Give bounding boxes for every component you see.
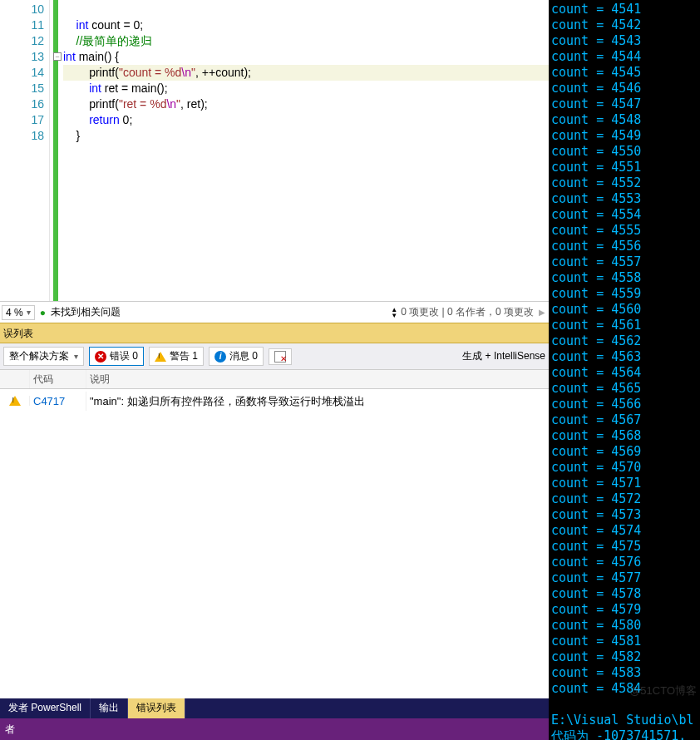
tab-error-list[interactable]: 错误列表 xyxy=(128,698,185,718)
code-line[interactable] xyxy=(63,2,549,17)
scope-dropdown[interactable]: 整个解决方案 xyxy=(3,347,84,366)
error-list-title: 误列表 xyxy=(0,323,549,343)
console-window[interactable]: count = 4541 count = 4542 count = 4543 c… xyxy=(549,0,700,740)
console-output: count = 4541 count = 4542 count = 4543 c… xyxy=(549,0,700,740)
tab-powershell[interactable]: 发者 PowerShell xyxy=(0,698,91,718)
changes-text: 0 项更改 | 0 名作者，0 项更改 xyxy=(401,305,534,319)
column-code[interactable]: 代码 xyxy=(30,370,86,388)
nav-arrows-icon[interactable]: ▲▼ xyxy=(391,307,397,318)
errors-filter-button[interactable]: ✕错误 0 xyxy=(89,347,144,366)
clear-icon xyxy=(274,351,286,363)
zoom-dropdown[interactable]: 4 % xyxy=(2,305,35,320)
error-row[interactable]: !C4717"main": 如递归所有控件路径，函数将导致运行时堆栈溢出 xyxy=(0,389,549,412)
error-list-toolbar: 整个解决方案 ✕错误 0 !警告 1 i消息 0 生成 + IntelliSen… xyxy=(0,343,549,370)
code-line[interactable]: int ret = main(); xyxy=(63,81,549,96)
code-line[interactable]: int count = 0; xyxy=(63,17,549,33)
error-list-header-row: 代码 说明 xyxy=(0,370,549,389)
editor-status-bar: 4 % ● 未找到相关问题 ▲▼ 0 项更改 | 0 名作者，0 项更改 ▶ xyxy=(0,301,549,323)
code-line[interactable]: return 0; xyxy=(63,112,549,128)
warnings-filter-button[interactable]: !警告 1 xyxy=(149,347,204,366)
vs-statusbar: 者 xyxy=(0,718,549,740)
info-icon: i xyxy=(214,351,226,363)
change-marker-strip xyxy=(50,0,58,301)
error-list-body: !C4717"main": 如递归所有控件路径，函数将导致运行时堆栈溢出 xyxy=(0,389,549,698)
clear-filter-button[interactable] xyxy=(269,348,292,365)
code-area[interactable]: int count = 0; //最简单的递归int main() { prin… xyxy=(58,0,549,301)
code-line[interactable]: printf("count = %d\n", ++count); xyxy=(63,65,549,81)
line-gutter: 101112131415161718 xyxy=(0,0,50,301)
code-line[interactable]: } xyxy=(63,128,549,144)
bottom-tabs: 发者 PowerShell 输出 错误列表 xyxy=(0,698,549,718)
no-issues-text: 未找到相关问题 xyxy=(51,305,121,319)
code-line[interactable]: //最简单的递归 xyxy=(63,33,549,49)
warning-icon: ! xyxy=(155,352,166,362)
nav-right-icon[interactable]: ▶ xyxy=(539,308,545,317)
code-line[interactable]: int main() { xyxy=(63,49,549,65)
column-desc[interactable]: 说明 xyxy=(86,370,549,388)
warning-icon: ! xyxy=(9,396,21,406)
check-icon: ● xyxy=(40,307,46,318)
messages-filter-button[interactable]: i消息 0 xyxy=(209,347,264,366)
tab-output[interactable]: 输出 xyxy=(91,698,128,718)
code-line[interactable]: printf("ret = %d\n", ret); xyxy=(63,96,549,112)
code-editor[interactable]: 101112131415161718 int count = 0; //最简单的… xyxy=(0,0,549,301)
error-icon: ✕ xyxy=(95,351,106,363)
collapse-icon[interactable] xyxy=(53,52,62,61)
error-code-link[interactable]: C4717 xyxy=(33,395,65,407)
ide-left-pane: 101112131415161718 int count = 0; //最简单的… xyxy=(0,0,549,740)
build-source-dropdown[interactable]: 生成 + IntelliSense xyxy=(462,349,545,363)
